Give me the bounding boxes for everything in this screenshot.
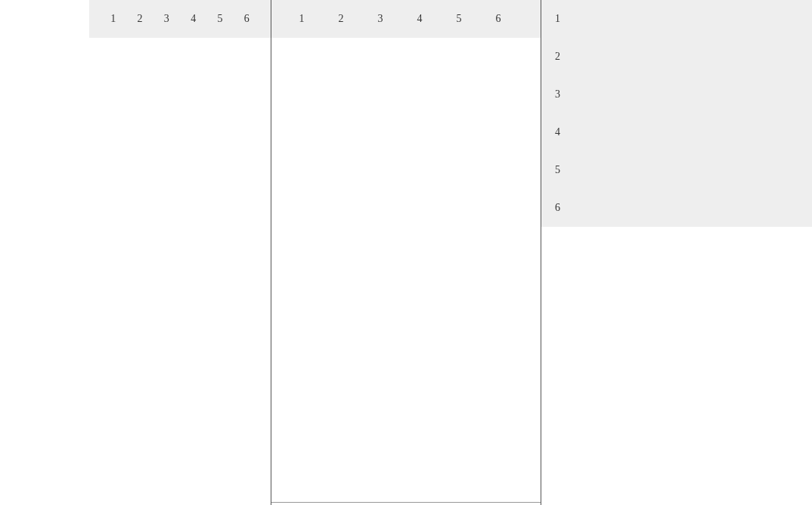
panel-right-cell: 6	[555, 189, 812, 227]
panel-middle-body	[271, 38, 541, 503]
panel-middle-header-cell: 1	[282, 13, 321, 25]
panel-right: 1 2 3 4 5 6	[541, 0, 812, 227]
panel-left-header-row: 1 2 3 4 5 6	[89, 0, 271, 38]
panel-right-cell: 2	[555, 38, 812, 76]
panel-left-header-cell: 6	[234, 13, 260, 25]
panel-left-header-cell: 1	[100, 13, 126, 25]
panel-middle: 1 2 3 4 5 6	[271, 0, 541, 503]
panel-middle-header-cell: 5	[439, 13, 479, 25]
panel-middle-header-cell: 3	[361, 13, 400, 25]
panel-left-header-cell: 3	[153, 13, 180, 25]
panel-right-cell: 5	[555, 151, 812, 189]
panel-right-cell: 3	[555, 76, 812, 113]
panel-left: 1 2 3 4 5 6	[89, 0, 271, 38]
panel-middle-header-row: 1 2 3 4 5 6	[271, 0, 541, 38]
panel-middle-header-cell: 2	[321, 13, 361, 25]
panel-left-header-cell: 5	[206, 13, 233, 25]
panel-right-column: 1 2 3 4 5 6	[541, 0, 812, 227]
panel-left-header-cell: 4	[180, 13, 206, 25]
panel-right-cell: 1	[555, 0, 812, 38]
panel-middle-header-cell: 4	[400, 13, 439, 25]
panel-right-cell: 4	[555, 113, 812, 151]
panel-left-header-cell: 2	[126, 13, 153, 25]
panel-middle-header-cell: 6	[479, 13, 518, 25]
